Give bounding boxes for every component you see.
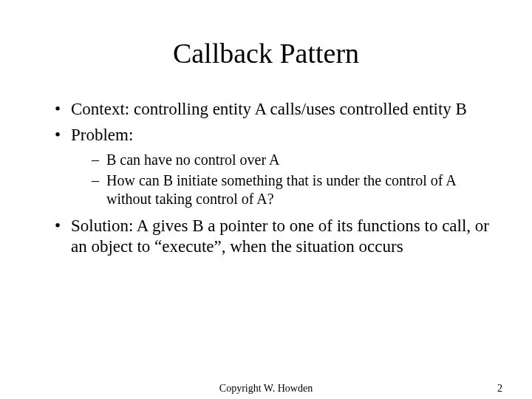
page-number: 2 <box>497 383 502 395</box>
bullet-context: Context: controlling entity A calls/uses… <box>55 99 495 120</box>
slide-title: Callback Pattern <box>37 37 495 69</box>
bullet-solution: Solution: A gives B a pointer to one of … <box>55 216 495 259</box>
bullet-problem-label: Problem: <box>71 126 133 144</box>
sub-bullet-list: B can have no control over A How can B i… <box>71 151 495 208</box>
sub-bullet-2: How can B initiate something that is und… <box>92 171 495 208</box>
sub-bullet-1: B can have no control over A <box>92 151 495 169</box>
slide-content: Context: controlling entity A calls/uses… <box>37 99 495 258</box>
copyright-text: Copyright W. Howden <box>219 383 313 395</box>
slide: Callback Pattern Context: controlling en… <box>0 0 532 399</box>
bullet-problem: Problem: B can have no control over A Ho… <box>55 125 495 208</box>
bullet-list: Context: controlling entity A calls/uses… <box>37 99 495 258</box>
